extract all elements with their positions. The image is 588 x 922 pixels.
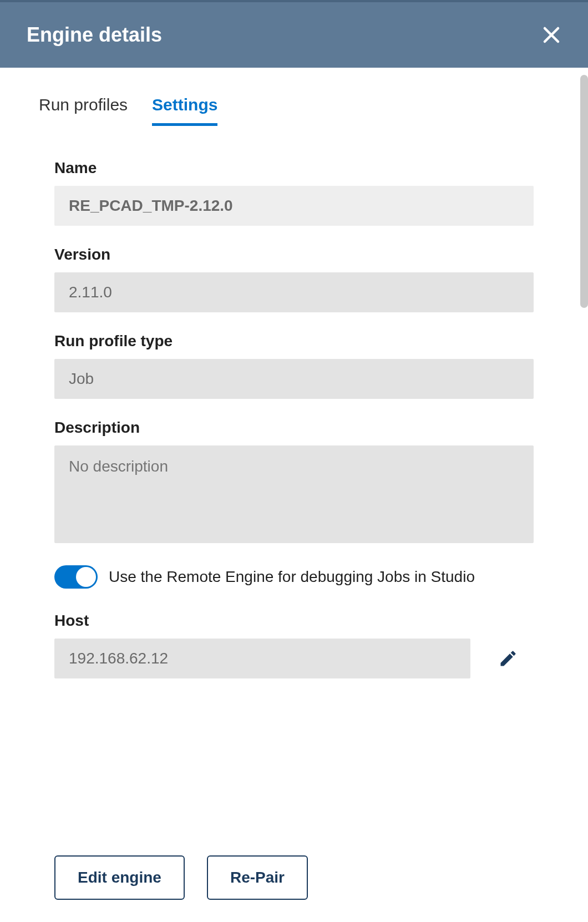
name-input[interactable] bbox=[54, 186, 534, 226]
edit-engine-button[interactable]: Edit engine bbox=[54, 855, 185, 900]
description-textarea[interactable] bbox=[54, 445, 534, 543]
host-label: Host bbox=[54, 612, 534, 630]
version-label: Version bbox=[54, 246, 534, 264]
run-profile-type-input[interactable] bbox=[54, 359, 534, 399]
settings-content: Name Version Run profile type Descriptio… bbox=[0, 126, 588, 678]
version-input[interactable] bbox=[54, 272, 534, 312]
close-icon[interactable] bbox=[541, 25, 561, 45]
tab-settings[interactable]: Settings bbox=[152, 95, 217, 126]
field-name: Name bbox=[54, 159, 534, 226]
field-run-profile-type: Run profile type bbox=[54, 332, 534, 399]
scrollbar[interactable] bbox=[580, 75, 588, 308]
debug-toggle-row: Use the Remote Engine for debugging Jobs… bbox=[54, 565, 534, 589]
field-version: Version bbox=[54, 246, 534, 312]
tab-run-profiles[interactable]: Run profiles bbox=[39, 95, 128, 126]
debug-toggle-label: Use the Remote Engine for debugging Jobs… bbox=[109, 568, 475, 586]
field-host: Host bbox=[54, 612, 534, 678]
re-pair-button[interactable]: Re-Pair bbox=[207, 855, 308, 900]
action-buttons: Edit engine Re-Pair bbox=[54, 855, 308, 900]
dialog-header: Engine details bbox=[0, 0, 588, 68]
run-profile-type-label: Run profile type bbox=[54, 332, 534, 350]
toggle-knob bbox=[76, 567, 96, 587]
debug-toggle[interactable] bbox=[54, 565, 98, 589]
pencil-icon[interactable] bbox=[498, 649, 518, 668]
description-label: Description bbox=[54, 419, 534, 437]
dialog-title: Engine details bbox=[27, 23, 162, 47]
tabs-container: Run profiles Settings bbox=[0, 68, 588, 126]
host-row bbox=[54, 639, 534, 678]
field-description: Description bbox=[54, 419, 534, 545]
name-label: Name bbox=[54, 159, 534, 177]
host-input[interactable] bbox=[54, 639, 470, 678]
